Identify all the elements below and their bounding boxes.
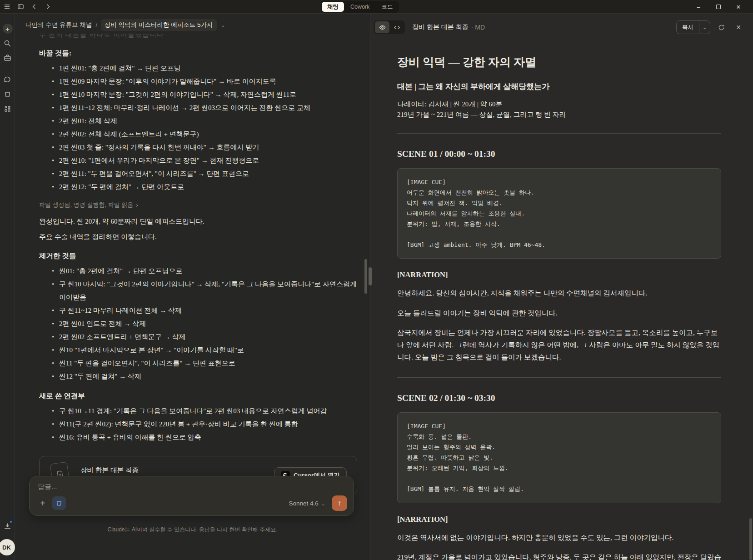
- tools-box-icon[interactable]: [52, 496, 66, 510]
- chat-pane: 나만의 수면 유튜브 채널 / 장비 익덕의 미스터리한 에피소드 5가지 ⌄ …: [15, 14, 369, 560]
- panel-scrollbar[interactable]: [749, 518, 752, 560]
- list-item: 1편 씬10 마지막 문장: "그것이 2편의 이야기입니다" → 삭제, 자연…: [39, 88, 357, 101]
- toolbox-icon[interactable]: [0, 51, 15, 65]
- user-avatar[interactable]: DK: [0, 539, 15, 555]
- message-paragraph: 주요 수술 내역을 정리하면 이렇습니다.: [39, 231, 357, 243]
- search-icon[interactable]: [0, 36, 15, 50]
- sidebar-toggle-icon[interactable]: [14, 0, 27, 14]
- divider: [397, 377, 721, 378]
- list-item: 씬11 "두 편을 걸어오면서", "이 시리즈를" → 단편 표현으로: [39, 357, 357, 370]
- archive-icon[interactable]: [0, 87, 15, 101]
- artifact-header: 장비 합본 대본 최종 MD 복사: [370, 14, 753, 41]
- model-selector[interactable]: Sonnet 4.6: [289, 500, 325, 507]
- list-item: 1편 씬11~12 전체: 마무리·정리 나레이션 → 2편 씬03으로 이어지…: [39, 101, 357, 115]
- titlebar: 채팅 Cowork 코드 – ✕: [0, 0, 753, 14]
- chats-icon[interactable]: [0, 73, 15, 86]
- hamburger-menu-icon[interactable]: [0, 0, 14, 14]
- change-list: 1편 씬01: "총 2편에 걸쳐" → 단편 오프닝 1편 씬09 마지막 문…: [39, 62, 357, 194]
- list-item: 2편 씬02 소프트엔트리 + 면책문구 → 삭제: [39, 330, 357, 344]
- list-item: 2편 씬02: 전체 삭제 (소프트엔트리 + 면책문구): [39, 128, 357, 141]
- list-item: 구 씬10 마지막: "그것이 2편의 이야기입니다" → 삭제, "기록은 그…: [39, 278, 357, 304]
- new-connections-list: 구 씬10→11 경계: "기록은 그 다음을 보여줍니다"로 2편 씬03 내…: [39, 405, 357, 444]
- refresh-icon[interactable]: [715, 21, 728, 34]
- breadcrumb-parent[interactable]: 나만의 수면 유튜브 채널: [25, 21, 92, 29]
- window-controls: – ✕: [688, 0, 748, 14]
- message-list: 두 편의 대본을 하나로 이어붙였습니다 바꿀 것들: 1편 씬01: "총 2…: [39, 34, 357, 516]
- clipped-previous-line: 두 편의 대본을 하나로 이어붙였습니다: [39, 34, 357, 40]
- tab-chat[interactable]: 채팅: [322, 2, 344, 12]
- view-toggle: [374, 20, 405, 34]
- doc-paragraph: 삼국지에서 장비는 언제나 가장 시끄러운 자리에 있었습니다. 장팔사모를 들…: [397, 326, 721, 364]
- doc-title: 장비 익덕 — 강한 자의 자멸: [397, 55, 721, 70]
- copy-options-chevron-icon[interactable]: [699, 21, 710, 34]
- scene1-code-block: [IMAGE CUE] 어두운 화면에서 천천히 밝아오는 촛불 하나. 탁자 …: [397, 168, 721, 259]
- section-heading: 새로 쓴 연결부: [39, 391, 357, 401]
- list-item: 2편 씬03 첫 줄: "정사의 기록을 다시 한번 꺼내야" → 흐름에서 받…: [39, 141, 357, 154]
- file-title: 장비 합본 대본 최종: [80, 466, 139, 475]
- list-item: 구 씬10→11 경계: "기록은 그 다음을 보여줍니다"로 2편 씬03 내…: [39, 405, 357, 418]
- list-item: 2편 씬12: "두 편에 걸쳐" → 단편 아웃트로: [39, 180, 357, 194]
- chat-scrollbar[interactable]: [364, 259, 367, 294]
- back-icon[interactable]: [27, 0, 41, 14]
- list-item: 씬16: 유비 통곡 + 유비의 이해를 한 씬으로 압축: [39, 431, 357, 444]
- attach-plus-icon[interactable]: +: [36, 496, 50, 510]
- doc-paragraph: 이것은 역사서에 없는 이야기입니다. 하지만 충분히 있었을 수도 있는, 그…: [397, 531, 721, 544]
- narration-label: [NARRATION]: [397, 270, 721, 280]
- copy-split-button: 복사: [676, 20, 710, 34]
- downloads-icon[interactable]: [0, 519, 15, 533]
- list-item: 2편 씬01 인트로 전체 → 삭제: [39, 317, 357, 330]
- preview-eye-icon[interactable]: [375, 21, 389, 33]
- chevron-right-icon: [136, 201, 138, 209]
- list-item: 씬01: "총 2편에 걸쳐" → 단편 오프닝으로: [39, 265, 357, 278]
- divider: [397, 133, 721, 134]
- chevron-down-icon[interactable]: ⌄: [221, 22, 225, 28]
- scene1-heading: SCENE 01 / 00:00 ~ 01:30: [397, 149, 721, 159]
- maximize-icon[interactable]: [708, 0, 728, 14]
- breadcrumb-separator: /: [95, 22, 97, 29]
- list-item: 씬10 "1편에서 마지막으로 본 장면" → "이야기를 시작할 때"로: [39, 344, 357, 357]
- breadcrumb: 나만의 수면 유튜브 채널 / 장비 익덕의 미스터리한 에피소드 5가지 ⌄: [25, 19, 225, 31]
- section-heading: 바꿀 것들:: [39, 49, 357, 58]
- scene2-heading: SCENE 02 / 01:30 ~ 03:30: [397, 393, 721, 403]
- list-item: 씬12 "두 편에 걸쳐" → 삭제: [39, 370, 357, 383]
- chevron-down-icon: [321, 500, 325, 507]
- list-item: 2편 씬01: 전체 삭제: [39, 115, 357, 128]
- ai-disclaimer: Claude는 AI이며 실수할 수 있습니다. 응답을 다시 한번 확인해 주…: [15, 526, 369, 534]
- send-button[interactable]: ↑: [332, 495, 347, 511]
- breadcrumb-current[interactable]: 장비 익덕의 미스터리한 에피소드 5가지: [101, 19, 217, 31]
- list-item: 2편 씬10: "1편에서 우리가 마지막으로 본 장면" → 현재 진행형으로: [39, 154, 357, 167]
- minimize-icon[interactable]: –: [688, 0, 708, 14]
- list-item: 2편 씬11: "두 편을 걸어오면서", "이 시리즈를" → 단편 표현으로: [39, 167, 357, 180]
- section-heading: 제거한 것들: [39, 251, 357, 261]
- copy-button[interactable]: 복사: [677, 21, 699, 34]
- projects-grid-icon[interactable]: [0, 102, 15, 115]
- new-chat-button[interactable]: +: [0, 22, 15, 35]
- close-panel-icon[interactable]: [732, 21, 745, 34]
- doc-meta: 나레이터: 김서재 | 씬 20개 | 약 60분 219년 가을 ~ 221년…: [397, 99, 721, 120]
- notification-dot: [9, 520, 13, 524]
- markdown-document: 장비 익덕 — 강한 자의 자멸 대본 | 그는 왜 자신의 부하에게 살해당했…: [370, 41, 753, 560]
- list-item: 1편 씬09 마지막 문장: "이후의 이야기가 말해줍니다" → 바로 이어지…: [39, 75, 357, 88]
- code-view-icon[interactable]: [389, 21, 404, 33]
- artifact-actions: 복사: [676, 20, 745, 34]
- message-paragraph: 완성입니다. 씬 20개, 약 60분짜리 단일 에피소드입니다.: [39, 215, 357, 227]
- list-item: 1편 씬01: "총 2편에 걸쳐" → 단편 오프닝: [39, 62, 357, 75]
- artifact-panel: 장비 합본 대본 최종 MD 복사 장비 익덕 — 강한 자의 자멸 대본 | …: [370, 14, 753, 560]
- forward-icon[interactable]: [41, 0, 55, 14]
- artifact-type: MD: [471, 24, 485, 31]
- artifact-title: 장비 합본 대본 최종 MD: [412, 23, 485, 31]
- tool-status-line[interactable]: 파일 생성됨, 명령 실행함, 파일 읽음: [39, 201, 357, 209]
- doc-paragraph: 안녕하세요. 당신의 심야시간, 지식을 채워주는 나만의 수면채널의 김서재입…: [397, 287, 721, 299]
- doc-paragraph: 219년, 계절은 가을로 넘어가고 있었습니다. 형주와 낭중. 두 곳은 같…: [397, 551, 721, 560]
- doc-subtitle: 대본 | 그는 왜 자신의 부하에게 살해당했는가: [397, 81, 721, 92]
- doc-paragraph: 오늘 들려드릴 이야기는 장비 익덕에 관한 것입니다.: [397, 307, 721, 319]
- close-window-icon[interactable]: ✕: [728, 0, 748, 14]
- tab-cowork[interactable]: Cowork: [345, 2, 375, 12]
- removed-list: 씬01: "총 2편에 걸쳐" → 단편 오프닝으로 구 씬10 마지막: "그…: [39, 265, 357, 383]
- left-sidebar: + DK: [0, 14, 15, 560]
- mode-tabs: 채팅 Cowork 코드: [321, 1, 399, 13]
- reply-input[interactable]: [38, 483, 345, 490]
- reply-composer: + Sonnet 4.6 ↑: [29, 476, 354, 516]
- tab-code[interactable]: 코드: [376, 2, 398, 12]
- list-item: 구 씬11~12 마무리 나레이션 전체 → 삭제: [39, 304, 357, 317]
